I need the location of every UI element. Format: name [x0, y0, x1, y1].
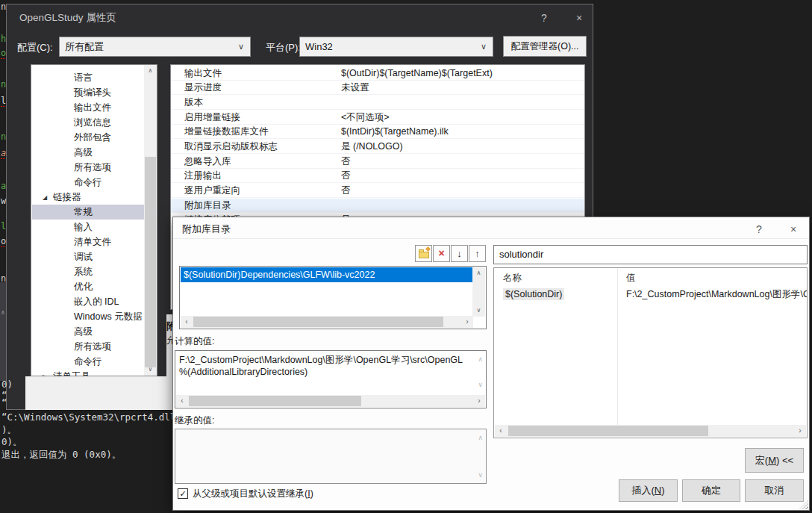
tree-item-label: 调试 — [74, 252, 93, 262]
scroll-left-icon[interactable]: ‹ — [181, 316, 193, 328]
property-row[interactable]: 逐用户重定向 否 — [171, 184, 584, 198]
property-row[interactable]: 输出文件 $(OutDir)$(TargetName)$(TargetExt) — [171, 66, 584, 81]
tree-item[interactable]: 命令行 — [32, 354, 144, 369]
move-down-button[interactable]: ↓ — [451, 245, 468, 262]
scrollbar-thumb[interactable] — [508, 426, 708, 436]
scroll-right-icon[interactable]: › — [794, 425, 806, 437]
property-row[interactable]: 忽略导入库 否 — [171, 155, 584, 169]
tree-item[interactable]: 所有选项 — [32, 160, 144, 175]
scroll-down-icon: ∨ — [478, 471, 483, 479]
macro-table[interactable]: 名称 值 $(SolutionDir) F:\2_CustomProject\M… — [493, 267, 808, 438]
table-hscrollbar[interactable]: ‹ › — [495, 425, 806, 437]
column-header-name[interactable]: 名称 — [503, 272, 522, 285]
property-row[interactable]: 附加库目录 — [171, 199, 584, 213]
chevron-down-icon[interactable]: ∨ — [481, 37, 487, 56]
tree-item[interactable]: 高级 — [32, 324, 144, 339]
scroll-down-icon[interactable]: ∨ — [472, 305, 485, 317]
scroll-up-icon[interactable]: ∧ — [144, 65, 157, 77]
computed-hscrollbar[interactable]: ‹ › — [176, 395, 485, 407]
column-header-value[interactable]: 值 — [626, 272, 636, 285]
tree-item[interactable]: 命令行 — [32, 175, 144, 190]
scroll-right-icon[interactable]: › — [461, 316, 473, 328]
tree-item-label: 系统 — [74, 267, 93, 277]
tree-item[interactable]: 输入 — [32, 220, 144, 234]
property-row[interactable]: 版本 — [171, 96, 584, 110]
cancel-button[interactable]: 取消 — [745, 479, 804, 502]
property-value[interactable]: 否 — [341, 184, 351, 198]
tree-item[interactable]: 浏览信息 — [32, 115, 144, 130]
insert-button[interactable]: 插入(N) — [619, 479, 678, 502]
tree-item[interactable]: 优化 — [32, 279, 144, 294]
property-name: 忽略导入库 — [184, 155, 231, 169]
tree-item[interactable]: 所有选项 — [32, 339, 144, 354]
scroll-down-icon: ∨ — [478, 381, 483, 388]
property-value[interactable]: 未设置 — [341, 81, 369, 95]
macro-name-cell[interactable]: $(SolutionDir) — [503, 288, 564, 300]
close-button[interactable]: × — [784, 221, 803, 237]
scroll-right-icon[interactable]: › — [473, 395, 485, 407]
property-value[interactable]: 是 (/NOLOGO) — [341, 140, 403, 154]
list-hscrollbar[interactable]: ‹ › — [181, 316, 473, 328]
property-value[interactable]: $(IntDir)$(TargetName).ilk — [341, 125, 449, 139]
property-value[interactable]: 否 — [341, 155, 351, 169]
delete-icon: × — [438, 247, 444, 259]
property-value[interactable]: $(OutDir)$(TargetName)$(TargetExt) — [341, 66, 493, 81]
tree-item[interactable]: 外部包含 — [32, 130, 144, 145]
help-button[interactable]: ? — [535, 10, 553, 26]
property-row[interactable]: 取消显示启动版权标志 是 (/NOLOGO) — [171, 140, 584, 154]
new-line-button[interactable] — [415, 245, 432, 262]
tree-item[interactable]: 语言 — [32, 70, 144, 85]
tree-item[interactable]: 输出文件 — [32, 100, 144, 115]
tree-item[interactable]: ◢链接器 — [32, 190, 144, 205]
tree-item[interactable]: 高级 — [32, 145, 144, 160]
tree-item[interactable]: 嵌入的 IDL — [32, 294, 144, 309]
macro-value-cell[interactable]: F:\2_CustomProject\MarkdownLog\图形学\O — [626, 288, 807, 301]
inherit-checkbox-label[interactable]: 从父级或项目默认设置继承(I) — [193, 488, 313, 500]
tree-item[interactable]: 系统 — [32, 264, 144, 279]
scroll-down-icon[interactable]: ∨ — [144, 364, 157, 376]
configuration-manager-button[interactable]: 配置管理器(O)... — [503, 36, 587, 57]
property-row[interactable]: 注册输出 否 — [171, 169, 584, 183]
property-row[interactable]: 显示进度 未设置 — [171, 81, 584, 95]
close-button[interactable]: × — [570, 10, 588, 26]
computed-value-line: %(AdditionalLibraryDirectories) — [179, 367, 470, 377]
list-item[interactable]: $(SolutionDir)Dependencies\GLFW\lib-vc20… — [181, 267, 474, 282]
platform-combobox[interactable]: Win32 ∨ — [299, 37, 493, 57]
property-value[interactable]: <不同选项> — [341, 111, 390, 125]
platform-label: 平台(P): — [266, 41, 301, 55]
directory-list[interactable]: $(SolutionDir)Dependencies\GLFW\lib-vc20… — [179, 266, 487, 329]
configuration-combobox[interactable]: 所有配置 ∨ — [59, 37, 251, 57]
property-value[interactable]: 否 — [341, 169, 351, 183]
tree-item-label: 清单文件 — [74, 237, 111, 247]
tree-item[interactable]: Windows 元数据 — [32, 309, 144, 324]
scrollbar-thumb[interactable] — [193, 317, 443, 327]
list-vscrollbar[interactable]: ∧ ∨ — [472, 267, 485, 317]
tree-item[interactable]: 调试 — [32, 249, 144, 264]
delete-line-button[interactable]: × — [433, 245, 450, 262]
scroll-up-icon[interactable]: ∧ — [1, 309, 5, 316]
move-up-button[interactable]: ↑ — [469, 245, 486, 262]
scroll-left-icon[interactable]: ‹ — [176, 395, 188, 407]
tree-scrollbar[interactable]: ∧ ∨ — [144, 65, 157, 376]
help-button[interactable]: ? — [749, 221, 769, 237]
inherit-checkbox[interactable]: ✓ — [178, 488, 188, 499]
scroll-left-icon[interactable]: ‹ — [495, 425, 507, 437]
scrollbar-thumb[interactable] — [189, 396, 361, 406]
computed-value-box: F:\2_CustomProject\MarkdownLog\图形学\OpenG… — [175, 350, 487, 408]
console-output-line: “C:\Windows\System32\rpcrt4.dll”。 — [1, 411, 190, 424]
macro-filter-input[interactable]: solutiondir — [493, 245, 808, 264]
property-name: 启用增量链接 — [184, 111, 240, 125]
tree-item-label: 所有选项 — [74, 341, 111, 352]
macros-button[interactable]: 宏(M) << — [745, 448, 804, 473]
scroll-up-icon[interactable]: ∧ — [472, 267, 485, 279]
tree-item[interactable]: 清单文件 — [32, 234, 144, 249]
ok-button[interactable]: 确定 — [682, 479, 740, 502]
tree-item[interactable]: 预编译头 — [32, 85, 144, 100]
scrollbar-thumb[interactable] — [145, 157, 156, 367]
console-output-line: “ — [1, 397, 7, 408]
tree-expander-icon[interactable]: ◢ — [43, 190, 53, 205]
chevron-down-icon[interactable]: ∨ — [238, 37, 244, 56]
property-row[interactable]: 启用增量链接 <不同选项> — [171, 111, 584, 125]
tree-item[interactable]: 常规 — [32, 205, 144, 220]
property-row[interactable]: 增量链接数据库文件 $(IntDir)$(TargetName).ilk — [171, 125, 584, 139]
